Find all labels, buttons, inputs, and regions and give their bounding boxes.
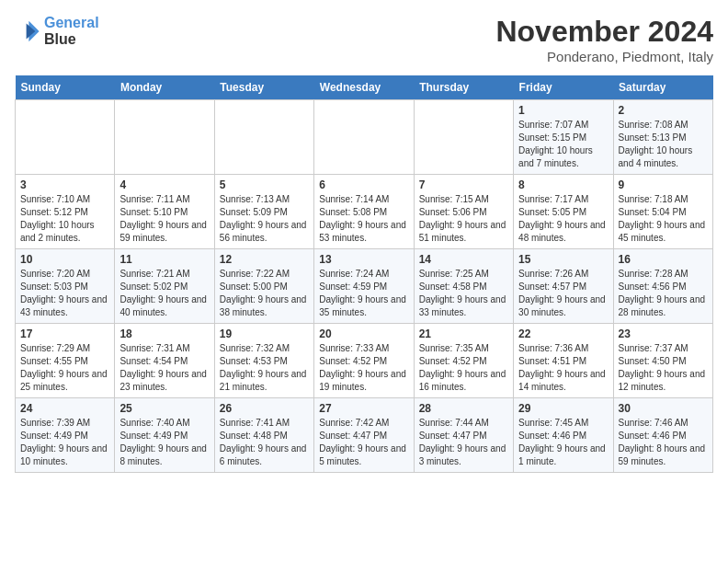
- day-info: Sunrise: 7:44 AMSunset: 4:47 PMDaylight:…: [419, 417, 508, 468]
- calendar-cell: 8Sunrise: 7:17 AMSunset: 5:05 PMDaylight…: [514, 175, 613, 249]
- calendar-cell: 17Sunrise: 7:29 AMSunset: 4:55 PMDayligh…: [16, 324, 115, 398]
- calendar-cell: 22Sunrise: 7:36 AMSunset: 4:51 PMDayligh…: [514, 324, 613, 398]
- day-number: 17: [20, 327, 109, 340]
- day-info: Sunrise: 7:35 AMSunset: 4:52 PMDaylight:…: [419, 342, 508, 394]
- calendar-cell: 1Sunrise: 7:07 AMSunset: 5:15 PMDaylight…: [514, 100, 613, 175]
- day-number: 25: [119, 402, 209, 415]
- day-info: Sunrise: 7:21 AMSunset: 5:02 PMDaylight:…: [119, 268, 209, 319]
- calendar-cell: 25Sunrise: 7:40 AMSunset: 4:49 PMDayligh…: [115, 398, 214, 473]
- day-number: 5: [220, 178, 309, 191]
- day-info: Sunrise: 7:20 AMSunset: 5:03 PMDaylight:…: [20, 268, 109, 319]
- calendar-row: 1Sunrise: 7:07 AMSunset: 5:15 PMDaylight…: [16, 100, 713, 175]
- title-area: November 2024 Ponderano, Piedmont, Italy: [495, 15, 713, 64]
- day-number: 30: [619, 402, 708, 415]
- calendar-cell: 4Sunrise: 7:11 AMSunset: 5:10 PMDaylight…: [115, 175, 214, 249]
- day-info: Sunrise: 7:25 AMSunset: 4:58 PMDaylight:…: [419, 268, 508, 319]
- calendar-cell: 16Sunrise: 7:28 AMSunset: 4:56 PMDayligh…: [613, 249, 712, 324]
- weekday-header-cell: Friday: [514, 75, 613, 100]
- calendar-cell: 12Sunrise: 7:22 AMSunset: 5:00 PMDayligh…: [214, 249, 313, 324]
- calendar-cell: 30Sunrise: 7:46 AMSunset: 4:46 PMDayligh…: [613, 398, 712, 473]
- day-info: Sunrise: 7:32 AMSunset: 4:53 PMDaylight:…: [220, 342, 309, 394]
- day-number: 22: [518, 327, 608, 340]
- day-number: 21: [419, 327, 508, 340]
- day-number: 10: [20, 253, 109, 266]
- day-number: 1: [518, 104, 608, 117]
- day-number: 15: [518, 253, 608, 266]
- day-number: 26: [220, 402, 309, 415]
- day-info: Sunrise: 7:07 AMSunset: 5:15 PMDaylight:…: [518, 119, 608, 170]
- weekday-header-row: SundayMondayTuesdayWednesdayThursdayFrid…: [16, 75, 713, 100]
- day-info: Sunrise: 7:17 AMSunset: 5:05 PMDaylight:…: [518, 193, 608, 245]
- calendar-row: 17Sunrise: 7:29 AMSunset: 4:55 PMDayligh…: [16, 324, 713, 398]
- day-info: Sunrise: 7:41 AMSunset: 4:48 PMDaylight:…: [220, 417, 309, 468]
- calendar-cell: 23Sunrise: 7:37 AMSunset: 4:50 PMDayligh…: [613, 324, 712, 398]
- day-info: Sunrise: 7:37 AMSunset: 4:50 PMDaylight:…: [619, 342, 708, 394]
- day-number: 24: [20, 402, 109, 415]
- calendar-cell: 18Sunrise: 7:31 AMSunset: 4:54 PMDayligh…: [115, 324, 214, 398]
- calendar-cell: 11Sunrise: 7:21 AMSunset: 5:02 PMDayligh…: [115, 249, 214, 324]
- calendar-cell: [115, 100, 214, 175]
- day-info: Sunrise: 7:28 AMSunset: 4:56 PMDaylight:…: [619, 268, 708, 319]
- day-info: Sunrise: 7:18 AMSunset: 5:04 PMDaylight:…: [619, 193, 708, 245]
- day-info: Sunrise: 7:45 AMSunset: 4:46 PMDaylight:…: [518, 417, 608, 468]
- day-number: 3: [20, 178, 109, 191]
- calendar-cell: 6Sunrise: 7:14 AMSunset: 5:08 PMDaylight…: [314, 175, 414, 249]
- day-info: Sunrise: 7:26 AMSunset: 4:57 PMDaylight:…: [518, 268, 608, 319]
- weekday-header-cell: Monday: [115, 75, 214, 100]
- day-info: Sunrise: 7:24 AMSunset: 4:59 PMDaylight:…: [319, 268, 408, 319]
- day-number: 13: [319, 253, 408, 266]
- day-info: Sunrise: 7:15 AMSunset: 5:06 PMDaylight:…: [419, 193, 508, 245]
- day-info: Sunrise: 7:36 AMSunset: 4:51 PMDaylight:…: [518, 342, 608, 394]
- day-info: Sunrise: 7:33 AMSunset: 4:52 PMDaylight:…: [319, 342, 408, 394]
- calendar-cell: [414, 100, 513, 175]
- day-number: 29: [518, 402, 608, 415]
- calendar-cell: 20Sunrise: 7:33 AMSunset: 4:52 PMDayligh…: [314, 324, 414, 398]
- calendar-cell: 21Sunrise: 7:35 AMSunset: 4:52 PMDayligh…: [414, 324, 513, 398]
- day-info: Sunrise: 7:46 AMSunset: 4:46 PMDaylight:…: [619, 417, 708, 468]
- day-number: 16: [619, 253, 708, 266]
- weekday-header-cell: Saturday: [613, 75, 712, 100]
- day-number: 9: [619, 178, 708, 191]
- month-title: November 2024: [495, 15, 713, 49]
- calendar-cell: 7Sunrise: 7:15 AMSunset: 5:06 PMDaylight…: [414, 175, 513, 249]
- day-number: 28: [419, 402, 508, 415]
- calendar-cell: 14Sunrise: 7:25 AMSunset: 4:58 PMDayligh…: [414, 249, 513, 324]
- calendar-cell: 27Sunrise: 7:42 AMSunset: 4:47 PMDayligh…: [314, 398, 414, 473]
- calendar-row: 3Sunrise: 7:10 AMSunset: 5:12 PMDaylight…: [16, 175, 713, 249]
- day-number: 18: [119, 327, 209, 340]
- weekday-header-cell: Thursday: [414, 75, 513, 100]
- day-info: Sunrise: 7:11 AMSunset: 5:10 PMDaylight:…: [119, 193, 209, 245]
- day-number: 6: [319, 178, 408, 191]
- calendar-row: 10Sunrise: 7:20 AMSunset: 5:03 PMDayligh…: [16, 249, 713, 324]
- day-info: Sunrise: 7:10 AMSunset: 5:12 PMDaylight:…: [20, 193, 109, 245]
- calendar-cell: 13Sunrise: 7:24 AMSunset: 4:59 PMDayligh…: [314, 249, 414, 324]
- day-number: 23: [619, 327, 708, 340]
- day-number: 8: [518, 178, 608, 191]
- day-number: 27: [319, 402, 408, 415]
- day-info: Sunrise: 7:40 AMSunset: 4:49 PMDaylight:…: [119, 417, 209, 468]
- calendar-cell: 24Sunrise: 7:39 AMSunset: 4:49 PMDayligh…: [16, 398, 115, 473]
- day-number: 14: [419, 253, 508, 266]
- logo-line1: General: [44, 15, 99, 30]
- calendar-cell: [314, 100, 414, 175]
- weekday-header-cell: Sunday: [16, 75, 115, 100]
- calendar-table: SundayMondayTuesdayWednesdayThursdayFrid…: [15, 75, 713, 473]
- calendar-cell: 2Sunrise: 7:08 AMSunset: 5:13 PMDaylight…: [613, 100, 712, 175]
- calendar-cell: 9Sunrise: 7:18 AMSunset: 5:04 PMDaylight…: [613, 175, 712, 249]
- day-number: 20: [319, 327, 408, 340]
- logo-line2: Blue: [44, 31, 76, 47]
- weekday-header-cell: Wednesday: [314, 75, 414, 100]
- calendar-cell: 5Sunrise: 7:13 AMSunset: 5:09 PMDaylight…: [214, 175, 313, 249]
- day-info: Sunrise: 7:13 AMSunset: 5:09 PMDaylight:…: [220, 193, 309, 245]
- calendar-body: 1Sunrise: 7:07 AMSunset: 5:15 PMDaylight…: [16, 100, 713, 473]
- calendar-cell: 10Sunrise: 7:20 AMSunset: 5:03 PMDayligh…: [16, 249, 115, 324]
- day-info: Sunrise: 7:14 AMSunset: 5:08 PMDaylight:…: [319, 193, 408, 245]
- logo: General Blue: [15, 15, 99, 49]
- calendar-cell: 15Sunrise: 7:26 AMSunset: 4:57 PMDayligh…: [514, 249, 613, 324]
- logo-icon: [15, 18, 40, 44]
- calendar-row: 24Sunrise: 7:39 AMSunset: 4:49 PMDayligh…: [16, 398, 713, 473]
- calendar-cell: 19Sunrise: 7:32 AMSunset: 4:53 PMDayligh…: [214, 324, 313, 398]
- day-info: Sunrise: 7:29 AMSunset: 4:55 PMDaylight:…: [20, 342, 109, 394]
- day-number: 4: [119, 178, 209, 191]
- calendar-cell: 29Sunrise: 7:45 AMSunset: 4:46 PMDayligh…: [514, 398, 613, 473]
